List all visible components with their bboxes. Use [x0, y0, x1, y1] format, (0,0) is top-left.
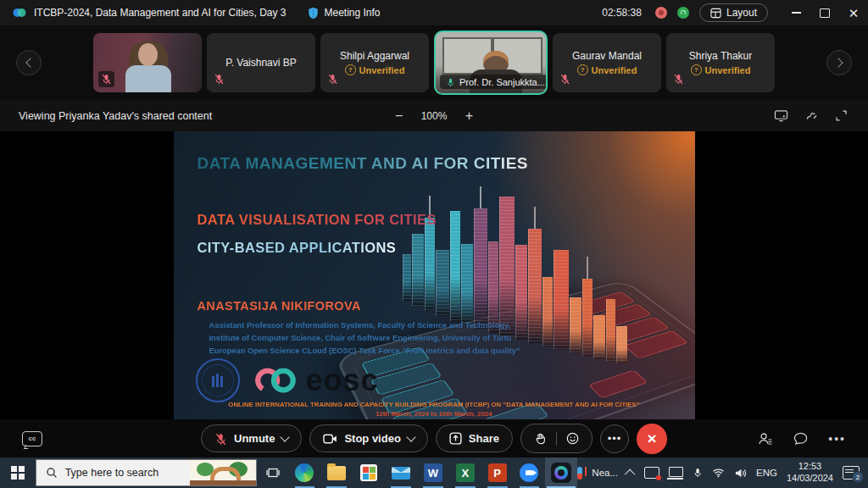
mic-muted-icon — [673, 71, 684, 86]
eosc-label: eosc — [306, 365, 379, 396]
date-label: 14/03/2024 — [787, 473, 833, 483]
meeting-info-label[interactable]: Meeting Info — [324, 7, 380, 19]
word-icon: W — [424, 463, 442, 482]
slide-author-info-line: Assistant Professor of Information Syste… — [209, 321, 511, 330]
minimize-button[interactable] — [782, 0, 810, 25]
captions-icon[interactable]: cc — [22, 431, 42, 446]
meeting-timer: 02:58:38 — [602, 7, 642, 19]
record-indicator-icon[interactable] — [655, 7, 667, 19]
display-icon[interactable] — [774, 109, 788, 122]
zoom-controls: − 100% + — [392, 108, 476, 124]
participant-name: Gaurav Mandal — [572, 50, 642, 62]
shield-icon[interactable] — [308, 7, 319, 19]
prev-participants-button[interactable] — [16, 50, 42, 75]
file-explorer-icon — [327, 466, 346, 480]
chevron-down-icon[interactable] — [281, 432, 290, 441]
powerpoint-icon: P — [488, 463, 507, 482]
eosc-symbol-icon — [253, 364, 299, 396]
slide-title: DATA MANAGEMENT AND AI FOR CITIES — [198, 154, 529, 173]
question-icon: ? — [345, 64, 356, 75]
share-button[interactable]: Share — [436, 424, 513, 452]
taskbar-store-button[interactable] — [353, 458, 385, 488]
windows-icon — [11, 466, 25, 480]
divider — [556, 432, 557, 446]
participant-video-face — [138, 43, 158, 66]
more-options-button[interactable]: ••• — [600, 424, 629, 453]
zoom-app-icon — [520, 463, 538, 482]
start-button[interactable] — [0, 458, 36, 488]
weather-thermometer-icon[interactable] — [577, 467, 582, 480]
smiley-icon[interactable] — [566, 432, 579, 445]
language-indicator[interactable]: ENG — [756, 468, 777, 478]
fullscreen-icon[interactable] — [835, 109, 848, 122]
taskbar-excel-button[interactable]: X — [449, 458, 481, 488]
participant-tile[interactable]: Gaurav Mandal ? Unverified — [553, 33, 661, 92]
slide-footer-line2: 12th March, 2024 to 16th March, 2024 — [174, 410, 695, 418]
next-participants-button[interactable] — [826, 50, 852, 75]
notification-icon[interactable]: 2 — [843, 466, 860, 480]
participants-icon[interactable] — [758, 432, 773, 446]
weather-label[interactable]: Nea... — [592, 468, 618, 478]
unmute-button[interactable]: Unmute — [201, 424, 302, 452]
annotate-icon[interactable] — [805, 109, 818, 122]
connection-indicator-icon[interactable] — [677, 7, 689, 19]
participant-tile[interactable]: P. Vaishnavi BP — [207, 33, 315, 92]
screen-record-icon[interactable] — [644, 467, 659, 479]
mic-muted-icon — [214, 71, 225, 86]
unverified-badge: ? Unverified — [345, 64, 405, 75]
chat-icon[interactable] — [793, 432, 808, 445]
taskbar-search-box[interactable]: Type here to search — [36, 459, 257, 486]
taskbar-powerpoint-button[interactable]: P — [481, 458, 514, 488]
search-doodle-image[interactable] — [190, 460, 256, 485]
mic-muted-icon — [559, 71, 570, 86]
close-icon: × — [647, 430, 656, 448]
participant-name: Shilpi Aggarwal — [340, 50, 409, 62]
camera-icon — [323, 433, 337, 445]
edge-icon — [295, 463, 314, 482]
microphone-tray-icon[interactable] — [693, 467, 703, 479]
slide-subtitle-1: DATA VISUALISATION FOR CITIES — [198, 212, 437, 228]
taskbar-mail-button[interactable] — [385, 458, 417, 488]
active-speaker-video-tile[interactable]: Prof. Dr. Sanjukkta... — [434, 30, 548, 95]
microsoft-store-icon — [360, 464, 377, 481]
question-icon: ? — [577, 64, 588, 75]
wifi-icon[interactable] — [712, 468, 725, 478]
leave-meeting-button[interactable]: × — [637, 424, 667, 454]
webex-logo-icon — [12, 6, 27, 19]
task-view-button[interactable] — [257, 458, 289, 488]
unverified-label: Unverified — [592, 65, 637, 75]
mic-muted-icon — [98, 71, 114, 87]
taskbar-webex-button[interactable] — [545, 458, 577, 488]
slide-author-info-line: Institute of Computer Science, Chair of … — [209, 334, 512, 342]
layout-button[interactable]: Layout — [699, 3, 768, 22]
device-icon[interactable] — [669, 467, 683, 477]
university-of-tartu-logo — [196, 358, 240, 402]
taskbar-explorer-button[interactable] — [320, 458, 353, 488]
eosc-logo: eosc — [253, 364, 379, 396]
participant-tile[interactable]: Shilpi Aggarwal ? Unverified — [320, 33, 429, 92]
volume-icon[interactable] — [734, 468, 747, 479]
notification-badge: 2 — [852, 471, 864, 483]
close-button[interactable]: ✕ — [839, 0, 868, 25]
taskbar-word-button[interactable]: W — [417, 458, 449, 488]
presentation-slide: DATA MANAGEMENT AND AI FOR CITIES DATA V… — [174, 131, 695, 419]
tray-expand-icon[interactable] — [625, 469, 636, 480]
slide-footer-line1: ONLINE INTERNATIONAL TRAINING AND CAPACI… — [174, 401, 695, 408]
stop-video-button[interactable]: Stop video — [309, 424, 427, 452]
taskbar-clock[interactable]: 12:53 14/03/2024 — [787, 461, 833, 485]
taskbar-zoom-button[interactable] — [514, 458, 546, 488]
chevron-down-icon[interactable] — [406, 432, 415, 441]
more-panels-button[interactable]: ••• — [828, 432, 846, 446]
participant-tile[interactable]: Shriya Thakur ? Unverified — [666, 33, 775, 92]
participant-video-tile[interactable] — [93, 33, 202, 92]
meeting-title: ITCBP-2024, Data Management and AI for C… — [34, 7, 286, 19]
raise-hand-icon[interactable] — [534, 432, 547, 445]
zoom-out-button[interactable]: − — [392, 108, 406, 124]
active-speaker-namebar: Prof. Dr. Sanjukkta... — [440, 75, 547, 89]
maximize-button[interactable] — [810, 0, 839, 25]
taskbar-edge-button[interactable] — [289, 458, 321, 488]
participant-name: P. Vaishnavi BP — [225, 57, 297, 69]
zoom-in-button[interactable]: + — [462, 108, 476, 124]
search-icon — [46, 467, 58, 479]
unverified-badge: ? Unverified — [577, 64, 637, 75]
